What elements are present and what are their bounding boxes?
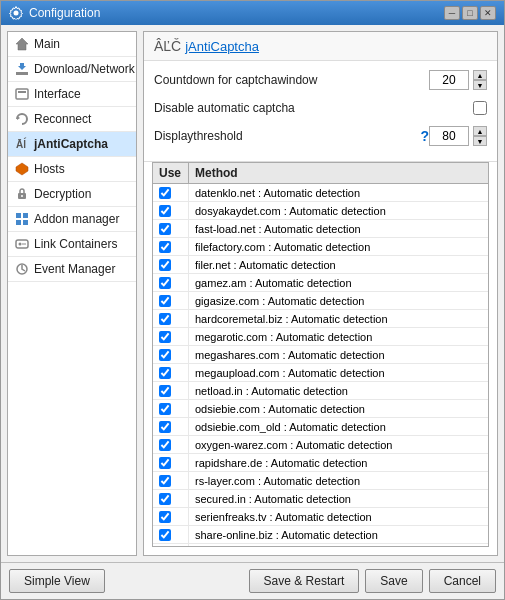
method-cell: odsiebie.com : Automatic detection xyxy=(189,400,488,417)
table-row: secured.in : Automatic detection xyxy=(153,490,488,508)
use-cell xyxy=(153,202,189,219)
table-body: datenklo.net : Automatic detectiondosyak… xyxy=(153,184,488,546)
header-method: Method xyxy=(189,163,488,183)
sidebar-item-interface[interactable]: Interface xyxy=(8,82,136,107)
sidebar-item-download-network[interactable]: Download/Network xyxy=(8,57,136,82)
table-row: serienfreaks.tv : Automatic detection xyxy=(153,508,488,526)
decryption-icon xyxy=(14,186,30,202)
displaythreshold-input[interactable] xyxy=(429,126,469,146)
displaythreshold-down-button[interactable]: ▼ xyxy=(473,136,487,146)
sidebar-label-link-containers: Link Containers xyxy=(34,237,117,251)
table-row: odsiebie.com_old : Automatic detection xyxy=(153,418,488,436)
svg-rect-11 xyxy=(16,213,21,218)
title-controls: ─ □ ✕ xyxy=(444,6,496,20)
svg-rect-14 xyxy=(23,220,28,225)
row-checkbox[interactable] xyxy=(159,475,171,487)
row-checkbox[interactable] xyxy=(159,331,171,343)
use-cell xyxy=(153,382,189,399)
sidebar-item-main[interactable]: Main xyxy=(8,32,136,57)
countdown-input[interactable] xyxy=(429,70,469,90)
svg-point-10 xyxy=(21,195,23,197)
cancel-button[interactable]: Cancel xyxy=(429,569,496,593)
table-row: rapidshare.de : Automatic detection xyxy=(153,454,488,472)
table-row: oxygen-warez.com : Automatic detection xyxy=(153,436,488,454)
save-button[interactable]: Save xyxy=(365,569,422,593)
method-cell: secured.in : Automatic detection xyxy=(189,490,488,507)
row-checkbox[interactable] xyxy=(159,493,171,505)
sidebar-label-interface: Interface xyxy=(34,87,81,101)
svg-marker-3 xyxy=(18,63,26,70)
row-checkbox[interactable] xyxy=(159,277,171,289)
row-checkbox[interactable] xyxy=(159,313,171,325)
sidebar-item-addon-manager[interactable]: Addon manager xyxy=(8,207,136,232)
content-area: Main Download/Network xyxy=(1,25,504,562)
countdown-down-button[interactable]: ▼ xyxy=(473,80,487,90)
row-checkbox[interactable] xyxy=(159,259,171,271)
use-cell xyxy=(153,454,189,471)
table-row: megashares.com : Automatic detection xyxy=(153,346,488,364)
svg-rect-13 xyxy=(16,220,21,225)
displaythreshold-value-group: ▲ ▼ xyxy=(429,126,487,146)
countdown-row: Countdown for captchawindow ▲ ▼ xyxy=(154,69,487,91)
row-checkbox[interactable] xyxy=(159,349,171,361)
svg-rect-4 xyxy=(16,89,28,99)
disable-captcha-checkbox[interactable] xyxy=(473,101,487,115)
displaythreshold-row: Displaythreshold ? ▲ ▼ xyxy=(154,125,487,147)
row-checkbox[interactable] xyxy=(159,457,171,469)
displaythreshold-up-button[interactable]: ▲ xyxy=(473,126,487,136)
sidebar-label-event-manager: Event Manager xyxy=(34,262,115,276)
row-checkbox[interactable] xyxy=(159,439,171,451)
use-cell xyxy=(153,400,189,417)
minimize-button[interactable]: ─ xyxy=(444,6,460,20)
sidebar-item-event-manager[interactable]: Event Manager xyxy=(8,257,136,282)
sidebar-item-decryption[interactable]: Decryption xyxy=(8,182,136,207)
sidebar-item-reconnect[interactable]: Reconnect xyxy=(8,107,136,132)
right-buttons: Save & Restart Save Cancel xyxy=(249,569,496,593)
row-checkbox[interactable] xyxy=(159,223,171,235)
method-cell: megashares.com : Automatic detection xyxy=(189,346,488,363)
simple-view-button[interactable]: Simple View xyxy=(9,569,105,593)
table-row: megarotic.com : Automatic detection xyxy=(153,328,488,346)
maximize-button[interactable]: □ xyxy=(462,6,478,20)
countdown-up-button[interactable]: ▲ xyxy=(473,70,487,80)
use-cell xyxy=(153,526,189,543)
row-checkbox[interactable] xyxy=(159,187,171,199)
save-restart-button[interactable]: Save & Restart xyxy=(249,569,360,593)
table-row: share.gull.com : Automatic detection xyxy=(153,544,488,546)
row-checkbox[interactable] xyxy=(159,367,171,379)
method-table: Use Method datenklo.net : Automatic dete… xyxy=(152,162,489,547)
row-checkbox[interactable] xyxy=(159,529,171,541)
method-cell: dosyakaydet.com : Automatic detection xyxy=(189,202,488,219)
table-row: gigasize.com : Automatic detection xyxy=(153,292,488,310)
row-checkbox[interactable] xyxy=(159,385,171,397)
row-checkbox[interactable] xyxy=(159,205,171,217)
download-icon xyxy=(14,61,30,77)
svg-marker-8 xyxy=(16,163,28,175)
sidebar-item-janticaptcha[interactable]: Āĺ jAntiCaptcha xyxy=(8,132,136,157)
method-cell: filer.net : Automatic detection xyxy=(189,256,488,273)
close-button[interactable]: ✕ xyxy=(480,6,496,20)
title-bar-left: Configuration xyxy=(9,6,100,20)
disable-captcha-value xyxy=(473,101,487,115)
row-checkbox[interactable] xyxy=(159,403,171,415)
countdown-spinner: ▲ ▼ xyxy=(473,70,487,90)
displaythreshold-label: Displaythreshold xyxy=(154,129,414,143)
svg-point-0 xyxy=(14,11,19,16)
row-checkbox[interactable] xyxy=(159,241,171,253)
row-checkbox[interactable] xyxy=(159,421,171,433)
row-checkbox[interactable] xyxy=(159,295,171,307)
method-cell: rs-layer.com : Automatic detection xyxy=(189,472,488,489)
panel-title-icon: ÂĽČ xyxy=(154,38,181,54)
sidebar-item-link-containers[interactable]: Link Containers xyxy=(8,232,136,257)
use-cell xyxy=(153,472,189,489)
use-cell xyxy=(153,490,189,507)
method-cell: fast-load.net : Automatic detection xyxy=(189,220,488,237)
row-checkbox[interactable] xyxy=(159,511,171,523)
method-cell: hardcoremetal.biz : Automatic detection xyxy=(189,310,488,327)
sidebar-label-reconnect: Reconnect xyxy=(34,112,91,126)
panel-title-link[interactable]: jAntiCaptcha xyxy=(185,39,259,54)
displaythreshold-help-icon[interactable]: ? xyxy=(420,128,429,144)
sidebar-item-hosts[interactable]: Hosts xyxy=(8,157,136,182)
use-cell xyxy=(153,508,189,525)
captcha-icon: Āĺ xyxy=(14,136,30,152)
